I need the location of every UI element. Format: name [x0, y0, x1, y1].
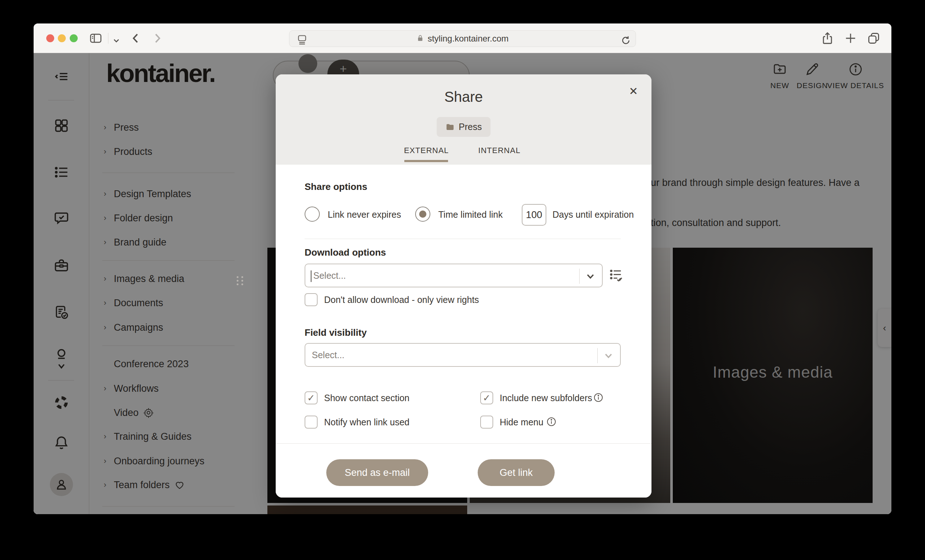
zoom-window-button[interactable]	[70, 34, 78, 42]
days-until-expiration-input[interactable]	[522, 204, 546, 226]
select-placeholder: Select...	[313, 270, 346, 281]
reload-icon[interactable]	[621, 34, 631, 47]
new-tab-icon[interactable]	[844, 32, 857, 45]
info-icon[interactable]	[546, 416, 557, 427]
checkbox-label: Show contact section	[324, 393, 410, 403]
checkbox-include-new-subfolders[interactable]: ✓	[480, 391, 493, 404]
folder-chip[interactable]: Press	[437, 117, 491, 137]
sidebar-toggle-icon[interactable]	[89, 32, 102, 45]
radio-link-never-expires[interactable]	[304, 207, 320, 222]
close-icon[interactable]: ✕	[625, 83, 641, 99]
back-icon[interactable]	[129, 32, 143, 45]
active-tab-indicator	[404, 160, 448, 162]
tab-internal[interactable]: INTERNAL	[467, 146, 532, 155]
get-link-button[interactable]: Get link	[478, 459, 554, 486]
lock-icon	[416, 34, 424, 44]
forward-icon	[150, 32, 164, 45]
browser-window: styling.kontainer.com	[34, 24, 891, 514]
chevron-down-icon[interactable]	[585, 270, 596, 282]
field-visibility-heading: Field visibility	[304, 327, 367, 338]
checkbox-label: Include new subfolders	[500, 393, 592, 403]
checkbox-no-download[interactable]: ✓	[304, 293, 318, 306]
select-placeholder: Select...	[312, 350, 344, 360]
checkbox-hide-menu[interactable]: ✓	[480, 416, 493, 429]
share-modal: Share ✕ Press EXTERNAL INTERNAL Share op…	[276, 74, 651, 497]
field-visibility-select[interactable]: Select...	[304, 343, 621, 367]
share-options-heading: Share options	[304, 181, 367, 192]
checkbox-show-contact-section[interactable]: ✓	[304, 391, 318, 404]
modal-header: Share ✕ Press EXTERNAL INTERNAL	[276, 74, 651, 165]
modal-body: Share options Link never expires Time li…	[276, 165, 651, 497]
download-options-heading: Download options	[304, 247, 386, 258]
checkbox-label: Notify when link used	[324, 417, 410, 428]
chevron-down-icon[interactable]	[111, 34, 122, 47]
address-bar[interactable]: styling.kontainer.com	[289, 30, 636, 47]
tab-external[interactable]: EXTERNAL	[394, 146, 459, 155]
text-cursor	[311, 270, 312, 282]
days-until-expiration-label: Days until expiration	[553, 209, 634, 220]
browser-toolbar: styling.kontainer.com	[34, 24, 891, 53]
folder-chip-label: Press	[459, 122, 482, 132]
send-as-email-button[interactable]: Send as e-mail	[326, 459, 428, 486]
chevron-down-icon[interactable]	[603, 350, 614, 362]
folder-icon	[446, 122, 455, 132]
radio-label: Link never expires	[328, 209, 401, 220]
checkbox-notify-when-link-used[interactable]: ✓	[304, 416, 318, 429]
select-from-list-icon[interactable]	[609, 268, 623, 282]
checkbox-label: Hide menu	[500, 417, 544, 428]
radio-time-limited-link[interactable]	[415, 207, 430, 222]
minimize-window-button[interactable]	[58, 34, 66, 42]
download-options-select[interactable]: Select...	[304, 264, 603, 287]
tab-overview-icon[interactable]	[867, 32, 881, 45]
share-icon[interactable]	[821, 32, 834, 45]
drag-handle-icon[interactable]	[237, 276, 244, 285]
info-icon[interactable]	[593, 392, 604, 403]
radio-label: Time limited link	[438, 209, 503, 220]
modal-title: Share	[276, 89, 651, 105]
close-window-button[interactable]	[46, 34, 54, 42]
checkbox-label: Don't allow download - only view rights	[324, 294, 479, 305]
url-text: styling.kontainer.com	[428, 34, 508, 44]
